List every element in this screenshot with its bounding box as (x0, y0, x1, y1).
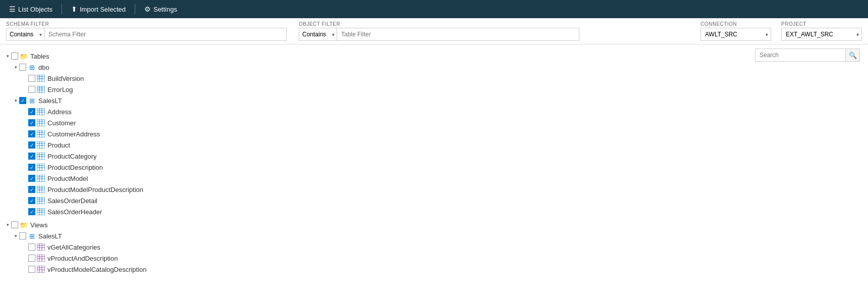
vproductmodelcatalogdescription-view-icon (36, 266, 45, 273)
search-bar: 🔍 (755, 48, 860, 62)
toolbar-separator-1 (62, 4, 62, 14)
svg-rect-0 (37, 75, 45, 82)
svg-rect-65 (37, 255, 45, 262)
toolbar-separator-2 (135, 4, 135, 14)
connection-select[interactable]: AWLT_SRC (700, 28, 771, 41)
project-label: PROJECT (781, 21, 862, 27)
object-contains-select[interactable]: Contains (299, 28, 337, 41)
search-button[interactable]: 🔍 (846, 48, 860, 62)
productmodel-table-icon (36, 175, 45, 182)
svg-rect-35 (37, 164, 45, 171)
tables-label: Tables (30, 53, 49, 60)
productmodelproductdescription-table-icon (36, 186, 45, 193)
schema-contains-wrapper: Contains (6, 28, 44, 41)
object-contains-wrapper: Contains (299, 28, 337, 41)
vproductmodelcatalogdescription-label: vProductModelCatalogDescription (47, 266, 147, 273)
dbo-schema-row[interactable]: ▾ ⊞ dbo (0, 62, 868, 73)
views-checkbox[interactable] (11, 221, 18, 228)
productmodel-checkbox[interactable]: ✓ (28, 175, 35, 182)
buildversion-table-icon (36, 75, 45, 82)
errorlog-checkbox[interactable] (28, 86, 35, 93)
schema-filter-input[interactable] (44, 28, 287, 41)
dbo-label: dbo (38, 64, 49, 71)
views-folder-icon: 📁 (19, 221, 28, 228)
vproductanddescription-checkbox[interactable] (28, 255, 35, 262)
table-row-buildversion[interactable]: BuildVersion (0, 73, 868, 84)
svg-rect-25 (37, 141, 45, 149)
saleslt-schema-row[interactable]: ▾ ✓ ⊞ SalesLT (0, 95, 868, 106)
views-saleslt-checkbox[interactable] (19, 232, 26, 239)
connection-label: CONNECTION (700, 21, 771, 27)
customer-checkbox[interactable]: ✓ (28, 119, 35, 126)
address-checkbox[interactable]: ✓ (28, 108, 35, 115)
table-row-productmodelproductdescription[interactable]: ✓ ProductModelProductDescription (0, 184, 868, 195)
vproductanddescription-view-icon (36, 255, 45, 262)
buildversion-label: BuildVersion (47, 75, 84, 82)
object-filter-label: OBJECT FILTER (299, 21, 579, 27)
object-filter-row: Contains (299, 28, 579, 41)
table-row-productmodel[interactable]: ✓ ProductModel (0, 173, 868, 184)
svg-rect-55 (37, 208, 45, 215)
view-row-vproductmodelcatalogdescription[interactable]: vProductModelCatalogDescription (0, 264, 868, 275)
table-row-salesorderdetail[interactable]: ✓ SalesOrderDetail (0, 195, 868, 206)
table-row-productdescription[interactable]: ✓ ProductDescription (0, 162, 868, 173)
product-label: Product (47, 141, 70, 149)
list-objects-button[interactable]: ☰ List Objects (4, 3, 58, 15)
project-select[interactable]: EXT_AWLT_SRC (781, 28, 862, 41)
table-row-errorlog[interactable]: ErrorLog (0, 84, 868, 95)
import-selected-button[interactable]: ⬆ Import Selected (66, 3, 131, 15)
view-row-vgetallcategories[interactable]: vGetAllCategories (0, 241, 868, 253)
toolbar: ☰ List Objects ⬆ Import Selected ⚙ Setti… (0, 0, 868, 18)
svg-rect-45 (37, 186, 45, 193)
salesorderheader-checkbox[interactable]: ✓ (28, 208, 35, 215)
product-table-icon (36, 141, 45, 149)
tables-checkbox[interactable] (11, 53, 18, 60)
table-row-productcategory[interactable]: ✓ ProductCategory (0, 151, 868, 162)
settings-button[interactable]: ⚙ Settings (139, 3, 182, 15)
search-icon: 🔍 (849, 52, 857, 59)
view-row-vproductanddescription[interactable]: vProductAndDescription (0, 253, 868, 264)
productcategory-table-icon (36, 153, 45, 160)
table-row-customer[interactable]: ✓ Customer (0, 117, 868, 128)
table-row-address[interactable]: ✓ Address (0, 106, 868, 117)
productdescription-checkbox[interactable]: ✓ (28, 164, 35, 171)
productmodelproductdescription-label: ProductModelProductDescription (47, 186, 143, 193)
buildversion-checkbox[interactable] (28, 75, 35, 82)
productmodelproductdescription-checkbox[interactable]: ✓ (28, 186, 35, 193)
productdescription-label: ProductDescription (47, 164, 103, 171)
saleslt-checkbox[interactable]: ✓ (19, 97, 26, 104)
views-saleslt-label: SalesLT (38, 232, 62, 240)
vproductmodelcatalogdescription-checkbox[interactable] (28, 266, 35, 273)
tables-folder-icon: 📁 (19, 53, 28, 60)
productdescription-table-icon (36, 164, 45, 171)
views-saleslt-schema-row[interactable]: ▾ ⊞ SalesLT (0, 230, 868, 241)
address-table-icon (36, 108, 45, 115)
svg-rect-15 (37, 119, 45, 126)
schema-contains-select[interactable]: Contains (6, 28, 44, 41)
schema-filter-row: Contains (6, 28, 287, 41)
views-expand-icon: ▾ (4, 221, 11, 228)
object-filter-group: OBJECT FILTER Contains (299, 21, 579, 41)
table-row-salesorderheader[interactable]: ✓ SalesOrderHeader (0, 206, 868, 217)
tables-group-row[interactable]: ▾ 📁 Tables (0, 51, 868, 62)
salesorderdetail-checkbox[interactable]: ✓ (28, 197, 35, 204)
settings-icon: ⚙ (144, 5, 151, 13)
dbo-checkbox[interactable] (19, 64, 26, 71)
salesorderdetail-label: SalesOrderDetail (47, 197, 97, 205)
table-row-customeraddress[interactable]: ✓ CustomerAddress (0, 128, 868, 139)
views-group-row[interactable]: ▾ 📁 Views (0, 219, 868, 230)
search-input[interactable] (755, 48, 846, 62)
object-filter-input[interactable] (337, 28, 579, 41)
customeraddress-table-icon (36, 130, 45, 137)
product-checkbox[interactable]: ✓ (28, 141, 35, 149)
tables-expand-icon: ▾ (4, 53, 11, 60)
list-objects-icon: ☰ (9, 5, 16, 13)
address-label: Address (47, 108, 72, 116)
views-saleslt-schema-icon: ⊞ (27, 232, 36, 239)
table-row-product[interactable]: ✓ Product (0, 139, 868, 151)
dbo-expand-icon: ▾ (12, 64, 19, 71)
vgetallcategories-checkbox[interactable] (28, 244, 35, 251)
customeraddress-checkbox[interactable]: ✓ (28, 130, 35, 137)
productcategory-checkbox[interactable]: ✓ (28, 153, 35, 160)
errorlog-label: ErrorLog (47, 86, 73, 93)
